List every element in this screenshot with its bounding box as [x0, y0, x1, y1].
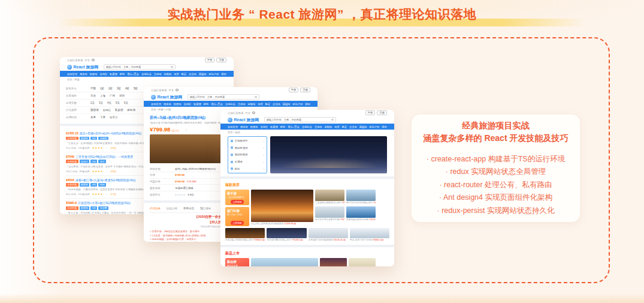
filter-option[interactable]: 广州: [110, 94, 115, 97]
detail-tab[interactable]: 费用说明: [183, 207, 194, 210]
nav-item[interactable]: 周末游: [80, 73, 87, 76]
nav-item[interactable]: 高端游: [199, 73, 207, 76]
language-select[interactable]: 中文: [168, 89, 174, 92]
result-title-link[interactable]: 南京+无锡+苏州+杭州+乌镇5日4晚跟团游(4钻): [80, 131, 141, 135]
promo-card[interactable]: 亲子游 一家人的幸福时光 立即抢购: [225, 190, 249, 205]
nav-item[interactable]: 高端游: [283, 103, 291, 106]
search-icon[interactable]: [171, 66, 173, 68]
filter-option[interactable]: 北京: [90, 94, 96, 97]
result-title-link[interactable]: 云南昆明+大理+丽江6日5晚跟团游(5钻): [78, 201, 131, 205]
nav-item[interactable]: 私家团: [270, 125, 278, 128]
filter-option[interactable]: 3天: [99, 101, 103, 104]
nav-item[interactable]: 保险: [221, 73, 226, 76]
category-menu-item[interactable]: 周边短途游›: [228, 145, 267, 152]
register-button[interactable]: 注册: [377, 110, 387, 116]
nav-item[interactable]: 跟团游: [250, 125, 258, 128]
filter-option[interactable]: 5天: [116, 101, 120, 104]
hero-banner-photo[interactable]: [270, 136, 387, 173]
filter-option[interactable]: 私家团: [115, 109, 123, 112]
product-card[interactable]: 普吉岛双飞6日5晚自由行¥3999 起: [320, 258, 347, 266]
detail-tab[interactable]: 预订须知: [200, 207, 211, 210]
register-button[interactable]: 注册: [300, 88, 310, 93]
filter-option[interactable]: 3星: [117, 87, 121, 90]
nav-item[interactable]: 主题游: [154, 73, 162, 76]
buy-now-button[interactable]: 立即抢购: [231, 221, 244, 224]
nav-item[interactable]: 私家团: [110, 73, 117, 76]
product-card[interactable]: 东京都市圈5日4晚自由行¥7648.6 起: [267, 228, 306, 242]
register-button[interactable]: 注册: [216, 58, 226, 63]
nav-item[interactable]: 跟团游: [90, 73, 98, 76]
nav-item[interactable]: 爱玩户外: [208, 73, 219, 76]
filter-option[interactable]: 本月: [90, 116, 96, 119]
nav-item[interactable]: 定制游: [324, 125, 332, 128]
nav-item[interactable]: 签证: [265, 103, 271, 106]
nav-item[interactable]: 自由行: [99, 73, 107, 76]
search-input[interactable]: [106, 65, 170, 68]
nav-item[interactable]: 当地玩乐: [141, 73, 152, 76]
nav-item[interactable]: 签证: [182, 73, 187, 76]
nav-item[interactable]: 企业游: [189, 73, 196, 76]
nav-item[interactable]: 游学: [174, 73, 179, 76]
nav-item[interactable]: 定制游: [247, 103, 255, 106]
nav-item[interactable]: 私家团: [193, 103, 201, 106]
search-icon[interactable]: [255, 96, 257, 98]
nav-item[interactable]: 高端游: [359, 125, 367, 128]
filter-option[interactable]: 邮轮游: [128, 109, 136, 112]
nav-item[interactable]: 保险: [305, 103, 310, 106]
nav-item[interactable]: 定制游: [164, 73, 171, 76]
promo-card[interactable]: 新品榜 新品抢先看 立即抢购: [225, 258, 249, 266]
filter-option[interactable]: 2天: [90, 101, 95, 104]
buy-now-button[interactable]: 立即抢购: [231, 200, 244, 203]
favorite-icon[interactable]: ♡: [185, 128, 188, 132]
detail-tab[interactable]: 产品特色: [150, 207, 161, 210]
category-menu-item[interactable]: 国内长线游›: [228, 151, 267, 158]
login-button[interactable]: 登录: [289, 88, 299, 93]
search-input[interactable]: [267, 118, 331, 121]
filter-option[interactable]: 6天: [124, 101, 128, 104]
nav-item[interactable]: 周末游: [164, 103, 171, 106]
nav-item[interactable]: 邮轮: [120, 73, 125, 76]
filter-option[interactable]: 5星: [134, 87, 138, 90]
nav-item[interactable]: 旅游首页: [67, 73, 77, 76]
filter-option[interactable]: 不限: [90, 87, 96, 90]
nav-item[interactable]: 当地玩乐: [302, 125, 312, 128]
nav-item[interactable]: 自由行: [183, 103, 191, 106]
product-card[interactable]: 土耳其全景10日8晚跟团游¥15888 起: [349, 258, 376, 266]
filter-option[interactable]: 4星: [125, 87, 129, 90]
filter-option[interactable]: 跟团游: [90, 109, 99, 112]
nav-item[interactable]: 企业游: [273, 103, 280, 106]
category-menu-item[interactable]: 邮轮›: [228, 165, 267, 172]
filter-option[interactable]: 2星: [108, 87, 113, 90]
nav-item[interactable]: 周末游: [240, 125, 248, 128]
filter-option[interactable]: 上海: [100, 94, 105, 97]
category-menu-item[interactable]: 主题旅游节›: [228, 137, 267, 145]
product-card[interactable]: 黄山日出+宏村西递2日1晚跟团游¥1399.99 起: [251, 190, 313, 226]
nav-item[interactable]: 企业游: [349, 125, 357, 128]
nav-item[interactable]: 跟团游: [174, 103, 182, 106]
filter-option[interactable]: 深圳: [119, 94, 125, 97]
product-card[interactable]: 哈尔滨冰雪大世界3日2晚¥5456.56 起: [315, 206, 344, 221]
filter-option[interactable]: 下月: [100, 116, 105, 119]
product-card[interactable]: 雪乡+亚布力双飞5日游¥6966.6 起: [350, 228, 389, 242]
detail-tab[interactable]: 行程介绍: [167, 207, 177, 210]
nav-item[interactable]: 游学: [258, 103, 263, 106]
login-button[interactable]: 登录: [205, 58, 215, 63]
nav-item[interactable]: 旅游首页: [228, 125, 238, 128]
filter-option[interactable]: 自由行: [103, 109, 111, 112]
product-card[interactable]: 日本大阪+京都6日5晚自由行¥5966.6 起: [225, 228, 265, 242]
nav-item[interactable]: 酒店+景点: [288, 125, 300, 128]
nav-item[interactable]: 主题游: [238, 103, 246, 106]
nav-item[interactable]: 自由行: [260, 125, 268, 128]
promo-card[interactable]: 厦门出游 厦门六折二日游 立即抢购: [225, 207, 249, 226]
nav-item[interactable]: 邮轮: [280, 125, 286, 128]
nav-item[interactable]: 酒店+景点: [211, 103, 223, 106]
nav-item[interactable]: 邮轮: [204, 103, 209, 106]
nav-item[interactable]: 签证: [342, 125, 347, 128]
filter-option[interactable]: 自定义: [110, 116, 118, 119]
product-card[interactable]: 迪拜亚特兰蒂斯7日5晚自由行¥24999 起: [251, 258, 318, 266]
nav-item[interactable]: 保险: [382, 125, 387, 128]
result-title-link[interactable]: 三亚亚龙湾5日4晚自由行(5钻) · 一线海景房: [75, 155, 133, 158]
nav-item[interactable]: 酒店+景点: [127, 73, 139, 76]
login-button[interactable]: 登录: [365, 110, 376, 116]
product-card[interactable]: 皇家加勒比邮轮5日4晚¥4555.55 起: [346, 206, 376, 221]
